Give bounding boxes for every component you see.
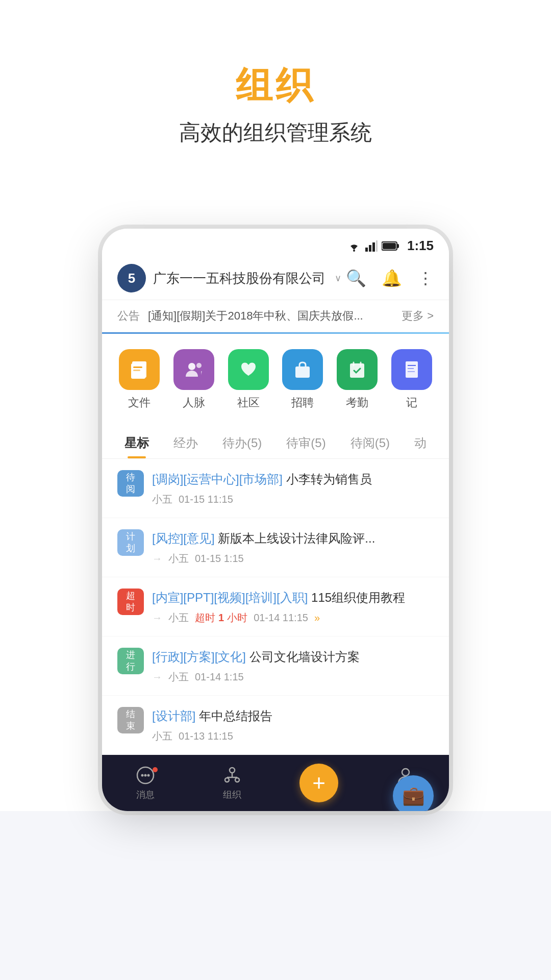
task-person-5: 小五 [152, 729, 172, 743]
svg-rect-9 [365, 248, 368, 252]
task-text-4: 公司文化墙设计方案 [249, 650, 360, 664]
task-date-1: 01-15 11:15 [179, 494, 233, 505]
people-icon-bg [173, 349, 214, 390]
task-meta-4: → 小五 01-14 1:15 [152, 670, 434, 684]
avatar-badge: 5 [117, 264, 146, 292]
svg-rect-14 [397, 244, 399, 248]
svg-point-32 [141, 774, 144, 777]
arrow-icon-3: → [152, 612, 162, 624]
quick-icons-grid: 文件 人脉 [102, 334, 449, 421]
file-icon-bg [119, 349, 160, 390]
nav-item-message[interactable]: 消息 [102, 765, 189, 801]
community-label: 社区 [237, 395, 260, 410]
tab-handling[interactable]: 经办 [161, 425, 210, 458]
task-meta-2: → 小五 01-15 1:15 [152, 552, 434, 566]
task-content-1: [调岗][运营中心][市场部] 小李转为销售员 小五 01-15 11:15 [152, 470, 434, 506]
task-tag-4: [行政][方案][文化] [152, 650, 246, 664]
task-date-3: 01-14 11:15 [254, 612, 308, 624]
quick-icon-note[interactable]: 记 [384, 349, 439, 410]
nav-fab-button[interactable]: + [299, 764, 338, 802]
table-row[interactable]: 进行 [行政][方案][文化] 公司文化墙设计方案 → 小五 01-14 1:1… [102, 636, 449, 696]
svg-rect-27 [406, 361, 418, 378]
table-row[interactable]: 超时 [内宣][PPT][视频][培训][入职] 115组织使用教程 → 小五 … [102, 577, 449, 636]
task-title-4: [行政][方案][文化] 公司文化墙设计方案 [152, 648, 434, 666]
task-title-2: [风控][意见] 新版本上线设计法律风险评... [152, 529, 434, 548]
recruit-label: 招聘 [291, 395, 314, 410]
phone-mockup-wrapper: 1:15 5 广东一一五科技股份有限公司 ∨ 🔍 🔔 ⋮ 公告 [通知][假期]… [0, 208, 551, 811]
people-icon [183, 358, 205, 381]
nav-fab-icon: + [312, 770, 325, 796]
task-person-4: 小五 [168, 670, 189, 684]
quick-icon-recruit[interactable]: 招聘 [276, 349, 330, 410]
company-info[interactable]: 5 广东一一五科技股份有限公司 ∨ [117, 264, 341, 292]
header-actions: 🔍 🔔 ⋮ [346, 268, 434, 288]
table-row[interactable]: 计划 [风控][意见] 新版本上线设计法律风险评... → 小五 01-15 1… [102, 518, 449, 577]
message-nav-label: 消息 [136, 789, 155, 801]
task-tag-3: [内宣][PPT][视频][培训][入职] [152, 591, 308, 604]
signal-icon [365, 240, 378, 252]
task-tag-2: [风控][意见] [152, 531, 215, 545]
task-person-1: 小五 [152, 493, 172, 506]
table-row[interactable]: 结束 [设计部] 年中总结报告 小五 01-13 11:15 [102, 696, 449, 755]
task-tag-5: [设计部] [152, 709, 195, 723]
task-date-2: 01-15 1:15 [195, 553, 244, 565]
quick-icon-people[interactable]: 人脉 [167, 349, 221, 410]
svg-rect-11 [372, 242, 375, 252]
tab-star[interactable]: 星标 [112, 425, 161, 458]
hero-subtitle: 高效的组织管理系统 [0, 118, 551, 147]
org-nav-label: 组织 [223, 789, 241, 801]
svg-point-35 [230, 768, 235, 773]
svg-point-22 [196, 363, 202, 368]
task-meta-5: 小五 01-13 11:15 [152, 729, 434, 743]
dropdown-icon[interactable]: ∨ [335, 273, 341, 284]
svg-point-34 [147, 774, 150, 777]
task-badge-5: 结束 [117, 707, 144, 733]
task-person-2: 小五 [168, 552, 189, 566]
tab-review[interactable]: 待审(5) [274, 425, 338, 458]
announcement-bar[interactable]: 公告 [通知][假期]关于2018年中秋、国庆共放假... 更多 > [102, 300, 449, 332]
note-icon [400, 358, 423, 381]
search-icon[interactable]: 🔍 [346, 268, 366, 288]
fab-icon: 💼 [402, 785, 425, 806]
hero-section: 组织 高效的组织管理系统 [0, 0, 551, 178]
task-tag-1: [调岗][运营中心][市场部] [152, 472, 283, 486]
task-list: 待阅 [调岗][运营中心][市场部] 小李转为销售员 小五 01-15 11:1… [102, 459, 449, 755]
phone-mockup: 1:15 5 广东一一五科技股份有限公司 ∨ 🔍 🔔 ⋮ 公告 [通知][假期]… [102, 229, 449, 811]
battery-icon [382, 241, 400, 251]
svg-rect-12 [376, 240, 378, 252]
svg-point-41 [402, 769, 409, 776]
svg-rect-28 [408, 365, 416, 366]
svg-rect-23 [295, 366, 310, 378]
task-person-3: 小五 [168, 611, 189, 625]
more-icon[interactable]: ⋮ [417, 268, 434, 288]
task-text-5: 年中总结报告 [199, 709, 272, 723]
table-row[interactable]: 待阅 [调岗][运营中心][市场部] 小李转为销售员 小五 01-15 11:1… [102, 459, 449, 518]
task-content-4: [行政][方案][文化] 公司文化墙设计方案 → 小五 01-14 1:15 [152, 648, 434, 684]
status-icons [347, 240, 400, 252]
task-meta-3: → 小五 超时 1 小时 01-14 11:15 » [152, 611, 434, 625]
bell-icon[interactable]: 🔔 [382, 268, 402, 288]
quick-icon-file[interactable]: 文件 [112, 349, 167, 410]
task-text-3: 115组织使用教程 [311, 591, 405, 604]
task-overtime-3: 超时 1 小时 [195, 611, 247, 625]
ann-more[interactable]: 更多 > [402, 308, 434, 324]
svg-rect-19 [133, 366, 142, 368]
task-content-2: [风控][意见] 新版本上线设计法律风险评... → 小五 01-15 1:15 [152, 529, 434, 566]
recruit-icon [291, 358, 314, 381]
arrow-icon-4: → [152, 671, 162, 683]
message-dot [153, 767, 158, 772]
nav-fab-area[interactable]: + [276, 764, 362, 802]
file-label: 文件 [128, 395, 151, 410]
double-arrow-3: » [314, 612, 320, 624]
ann-text: [通知][假期]关于2018年中秋、国庆共放假... [148, 308, 393, 324]
tab-todo[interactable]: 待办(5) [210, 425, 274, 458]
quick-icon-attend[interactable]: 考勤 [330, 349, 385, 410]
fab-button[interactable]: 💼 [393, 775, 434, 811]
task-title-5: [设计部] 年中总结报告 [152, 707, 434, 725]
task-text-1: 小李转为销售员 [286, 472, 372, 486]
tab-dynamic[interactable]: 动 [402, 425, 439, 458]
quick-icon-community[interactable]: 社区 [221, 349, 276, 410]
task-badge-1: 待阅 [117, 470, 144, 497]
nav-item-org[interactable]: 组织 [189, 765, 276, 801]
tab-unread[interactable]: 待阅(5) [338, 425, 402, 458]
